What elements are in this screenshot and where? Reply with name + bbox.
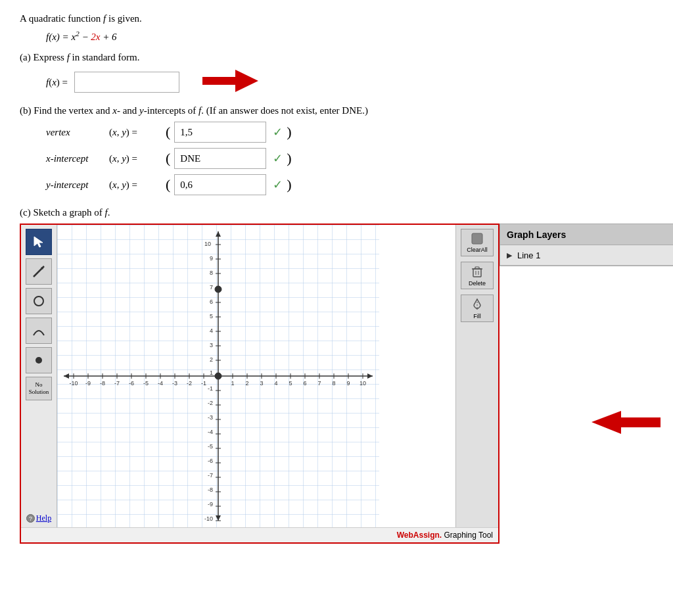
vertex-row: vertex (x, y) = ( ✓ ): [46, 122, 653, 143]
svg-text:-2: -2: [187, 380, 192, 387]
graph-wrapper: NoSolution ? Help: [20, 224, 499, 544]
svg-rect-101: [475, 267, 479, 269]
intro-text: A quadratic function f is given.: [20, 13, 653, 24]
layers-title: Graph Layers: [507, 229, 566, 240]
svg-text:4: 4: [210, 327, 213, 334]
graph-canvas: -10 -9 -8 -7 -6 -5 -4 -3 -2 -1 1 2: [57, 225, 455, 527]
svg-text:6: 6: [303, 380, 306, 387]
svg-text:7: 7: [317, 380, 321, 387]
svg-text:-1: -1: [201, 380, 206, 387]
svg-text:2: 2: [245, 380, 248, 387]
clear-all-label: ClearAll: [467, 247, 488, 254]
svg-text:-3: -3: [208, 414, 213, 421]
svg-text:-2: -2: [208, 400, 213, 406]
no-solution-tool[interactable]: NoSolution: [26, 377, 52, 400]
part-b-label: (b) Find the vertex and x- and y-interce…: [20, 105, 653, 116]
vertex-checkmark: ✓: [273, 125, 283, 139]
svg-marker-1: [34, 237, 43, 247]
select-tool[interactable]: [26, 229, 52, 255]
help-label: Help: [36, 513, 51, 523]
x-intercept-row: x-intercept (x, y) = ( ✓ ): [46, 148, 653, 169]
svg-text:9: 9: [210, 255, 213, 262]
part-a: (a) Express f in standard form. f(x) =: [20, 52, 653, 96]
y-intercept-open-paren: (: [166, 176, 170, 193]
part-a-input-label: f(x) =: [46, 77, 68, 88]
svg-text:3: 3: [260, 380, 263, 387]
no-solution-label: NoSolution: [29, 381, 49, 396]
svg-text:?: ?: [29, 515, 32, 522]
svg-point-4: [34, 296, 43, 306]
layer-item: ▶ Line 1 ✕: [500, 245, 673, 266]
x-intercept-open-paren: (: [166, 150, 170, 167]
graph-footer: WebAssign. Graphing Tool: [21, 527, 498, 542]
svg-text:6: 6: [210, 298, 213, 305]
svg-point-97: [215, 373, 221, 379]
vertex-open-paren: (: [166, 124, 170, 141]
svg-text:-5: -5: [143, 380, 149, 387]
svg-text:8: 8: [332, 380, 335, 387]
graphing-tool-label: Graphing Tool: [444, 531, 494, 540]
part-b: (b) Find the vertex and x- and y-interce…: [20, 105, 653, 195]
x-intercept-eq: (x, y) =: [109, 153, 162, 164]
x-intercept-input[interactable]: [174, 148, 266, 169]
function-display: f(x) = x2 − 2x + 6: [46, 30, 653, 43]
delete-button[interactable]: Delete: [461, 262, 494, 289]
svg-text:7: 7: [210, 284, 213, 291]
svg-text:1: 1: [231, 380, 234, 387]
svg-marker-0: [202, 70, 258, 92]
svg-text:-7: -7: [208, 472, 213, 479]
y-intercept-eq: (x, y) =: [109, 179, 162, 191]
layer-expand-icon[interactable]: ▶: [507, 251, 512, 260]
y-intercept-checkmark: ✓: [273, 178, 283, 192]
svg-text:-8: -8: [208, 486, 213, 493]
svg-text:-1: -1: [208, 385, 213, 392]
y-intercept-input[interactable]: [174, 174, 266, 195]
svg-point-5: [35, 357, 42, 364]
help-link[interactable]: ? Help: [26, 508, 51, 523]
y-intercept-row: y-intercept (x, y) = ( ✓ ): [46, 174, 653, 195]
clear-all-button[interactable]: ClearAll: [461, 229, 494, 256]
svg-text:10: 10: [204, 241, 211, 247]
circle-tool[interactable]: [26, 288, 52, 314]
svg-text:-6: -6: [129, 380, 134, 387]
svg-text:9: 9: [346, 380, 350, 387]
x-intercept-checkmark: ✓: [273, 151, 283, 166]
svg-text:2: 2: [210, 356, 213, 363]
svg-text:-9: -9: [208, 501, 213, 508]
graph-layers-panel: Graph Layers « ▶ Line 1 ✕: [499, 224, 673, 266]
svg-text:-6: -6: [208, 458, 213, 464]
delete-label: Delete: [469, 280, 486, 287]
svg-text:-4: -4: [158, 380, 163, 387]
point-tool[interactable]: [26, 347, 52, 373]
svg-rect-98: [472, 233, 482, 244]
svg-text:3: 3: [210, 342, 213, 348]
parabola-tool[interactable]: [26, 318, 52, 344]
svg-text:-8: -8: [100, 380, 105, 387]
svg-text:-5: -5: [208, 443, 213, 450]
problem-container: A quadratic function f is given. f(x) = …: [20, 13, 653, 544]
layers-arrow: [592, 408, 664, 440]
layers-header: Graph Layers «: [500, 224, 673, 245]
part-a-label: (a) Express f in standard form.: [20, 52, 653, 63]
svg-rect-99: [473, 269, 481, 277]
y-intercept-close-paren: ): [287, 176, 291, 193]
line-tool[interactable]: [26, 258, 52, 285]
graph-controls: ClearAll Delete: [455, 225, 498, 527]
svg-text:-10: -10: [69, 380, 78, 387]
toolbar: NoSolution ? Help: [21, 225, 57, 527]
y-intercept-label: y-intercept: [46, 179, 105, 191]
vertex-eq: (x, y) =: [109, 127, 162, 138]
part-c-label: (c) Sketch a graph of f.: [20, 207, 653, 218]
layer-1-name: Line 1: [517, 250, 668, 260]
svg-text:8: 8: [210, 270, 213, 276]
part-a-input[interactable]: [74, 72, 179, 93]
svg-text:4: 4: [274, 380, 277, 387]
svg-text:-9: -9: [85, 380, 91, 387]
svg-text:-10: -10: [204, 515, 213, 522]
svg-text:1: 1: [210, 369, 213, 376]
svg-text:5: 5: [289, 380, 292, 387]
svg-text:5: 5: [210, 313, 213, 320]
vertex-input[interactable]: [174, 122, 266, 143]
svg-text:-4: -4: [208, 429, 213, 435]
fill-button[interactable]: Fill: [461, 295, 494, 322]
